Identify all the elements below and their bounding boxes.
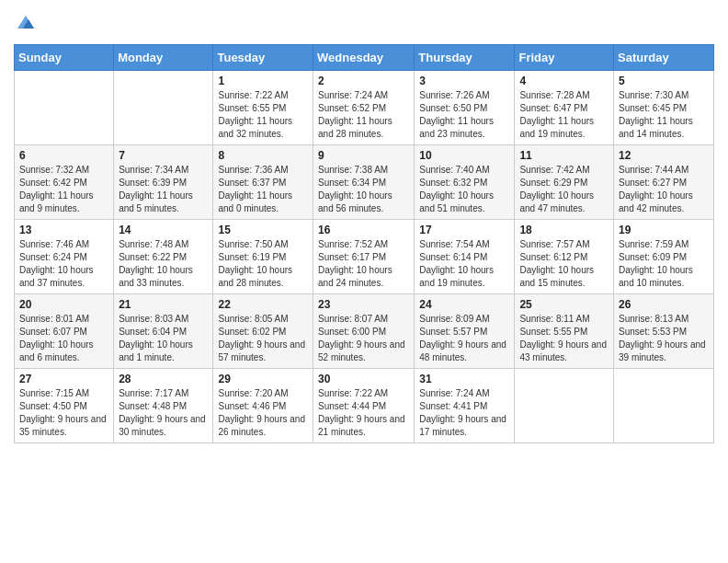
day-info: Sunrise: 8:07 AMSunset: 6:00 PMDaylight:… <box>318 313 409 364</box>
day-number: 9 <box>318 149 409 162</box>
calendar-cell: 16Sunrise: 7:52 AMSunset: 6:17 PMDayligh… <box>313 219 415 293</box>
calendar-cell <box>15 70 114 144</box>
day-number: 30 <box>318 373 409 385</box>
calendar-cell: 28Sunrise: 7:17 AMSunset: 4:48 PMDayligh… <box>114 368 213 442</box>
calendar-cell: 23Sunrise: 8:07 AMSunset: 6:00 PMDayligh… <box>313 293 415 368</box>
calendar-cell: 6Sunrise: 7:32 AMSunset: 6:42 PMDaylight… <box>15 144 114 219</box>
day-number: 31 <box>419 373 509 385</box>
calendar-cell: 5Sunrise: 7:30 AMSunset: 6:45 PMDaylight… <box>614 70 714 144</box>
calendar-cell: 27Sunrise: 7:15 AMSunset: 4:50 PMDayligh… <box>15 368 114 442</box>
day-info: Sunrise: 7:42 AMSunset: 6:29 PMDaylight:… <box>519 164 609 215</box>
calendar-cell: 15Sunrise: 7:50 AMSunset: 6:19 PMDayligh… <box>213 219 313 293</box>
day-info: Sunrise: 8:09 AMSunset: 5:57 PMDaylight:… <box>419 313 509 364</box>
calendar-cell: 25Sunrise: 8:11 AMSunset: 5:55 PMDayligh… <box>515 293 614 368</box>
calendar-cell: 19Sunrise: 7:59 AMSunset: 6:09 PMDayligh… <box>614 219 714 293</box>
calendar-cell: 1Sunrise: 7:22 AMSunset: 6:55 PMDaylight… <box>213 70 313 144</box>
day-number: 13 <box>19 224 108 236</box>
day-info: Sunrise: 7:59 AMSunset: 6:09 PMDaylight:… <box>619 238 709 290</box>
day-number: 10 <box>419 149 509 162</box>
day-info: Sunrise: 7:46 AMSunset: 6:24 PMDaylight:… <box>19 238 108 290</box>
calendar-cell <box>114 70 213 144</box>
calendar-cell: 20Sunrise: 8:01 AMSunset: 6:07 PMDayligh… <box>15 293 114 368</box>
calendar-week-row: 6Sunrise: 7:32 AMSunset: 6:42 PMDaylight… <box>15 144 714 219</box>
logo-icon <box>16 12 36 32</box>
day-number: 1 <box>218 75 308 87</box>
day-number: 27 <box>19 373 108 385</box>
day-info: Sunrise: 7:17 AMSunset: 4:48 PMDaylight:… <box>119 387 208 439</box>
weekday-header: Thursday <box>415 44 515 70</box>
day-number: 3 <box>419 75 509 87</box>
weekday-header: Friday <box>515 44 614 70</box>
day-number: 15 <box>218 224 308 236</box>
logo <box>14 14 36 37</box>
calendar-cell: 21Sunrise: 8:03 AMSunset: 6:04 PMDayligh… <box>114 293 213 368</box>
day-info: Sunrise: 7:50 AMSunset: 6:19 PMDaylight:… <box>218 238 308 290</box>
calendar-cell: 18Sunrise: 7:57 AMSunset: 6:12 PMDayligh… <box>515 219 614 293</box>
logo-line1 <box>14 14 36 37</box>
calendar-cell: 3Sunrise: 7:26 AMSunset: 6:50 PMDaylight… <box>415 70 515 144</box>
day-info: Sunrise: 7:22 AMSunset: 6:55 PMDaylight:… <box>218 89 308 141</box>
day-info: Sunrise: 8:11 AMSunset: 5:55 PMDaylight:… <box>519 313 609 364</box>
day-number: 23 <box>318 298 409 311</box>
day-number: 20 <box>19 298 108 311</box>
weekday-header: Monday <box>114 44 213 70</box>
calendar-cell <box>515 368 614 442</box>
calendar-cell: 22Sunrise: 8:05 AMSunset: 6:02 PMDayligh… <box>213 293 313 368</box>
day-info: Sunrise: 7:40 AMSunset: 6:32 PMDaylight:… <box>419 164 509 215</box>
calendar-week-row: 20Sunrise: 8:01 AMSunset: 6:07 PMDayligh… <box>15 293 714 368</box>
calendar-cell: 31Sunrise: 7:24 AMSunset: 4:41 PMDayligh… <box>415 368 515 442</box>
day-info: Sunrise: 8:13 AMSunset: 5:53 PMDaylight:… <box>619 313 709 364</box>
day-info: Sunrise: 7:52 AMSunset: 6:17 PMDaylight:… <box>318 238 409 290</box>
calendar-week-row: 13Sunrise: 7:46 AMSunset: 6:24 PMDayligh… <box>15 219 714 293</box>
day-info: Sunrise: 7:32 AMSunset: 6:42 PMDaylight:… <box>19 164 108 215</box>
day-number: 19 <box>619 224 709 236</box>
weekday-header: Sunday <box>15 44 114 70</box>
calendar-cell: 2Sunrise: 7:24 AMSunset: 6:52 PMDaylight… <box>313 70 415 144</box>
day-info: Sunrise: 7:24 AMSunset: 6:52 PMDaylight:… <box>318 89 409 141</box>
day-number: 22 <box>218 298 308 311</box>
day-info: Sunrise: 8:01 AMSunset: 6:07 PMDaylight:… <box>19 313 108 364</box>
day-info: Sunrise: 7:24 AMSunset: 4:41 PMDaylight:… <box>419 387 509 439</box>
calendar-cell: 14Sunrise: 7:48 AMSunset: 6:22 PMDayligh… <box>114 219 213 293</box>
calendar-week-row: 27Sunrise: 7:15 AMSunset: 4:50 PMDayligh… <box>15 368 714 442</box>
calendar-cell: 9Sunrise: 7:38 AMSunset: 6:34 PMDaylight… <box>313 144 415 219</box>
calendar-cell: 10Sunrise: 7:40 AMSunset: 6:32 PMDayligh… <box>415 144 515 219</box>
weekday-header: Wednesday <box>313 44 415 70</box>
day-info: Sunrise: 7:38 AMSunset: 6:34 PMDaylight:… <box>318 164 409 215</box>
calendar-cell: 24Sunrise: 8:09 AMSunset: 5:57 PMDayligh… <box>415 293 515 368</box>
calendar-cell: 30Sunrise: 7:22 AMSunset: 4:44 PMDayligh… <box>313 368 415 442</box>
day-number: 28 <box>119 373 208 385</box>
day-info: Sunrise: 7:22 AMSunset: 4:44 PMDaylight:… <box>318 387 409 439</box>
day-number: 24 <box>419 298 509 311</box>
day-number: 26 <box>619 298 709 311</box>
day-number: 7 <box>119 149 208 162</box>
day-info: Sunrise: 7:44 AMSunset: 6:27 PMDaylight:… <box>619 164 709 215</box>
day-info: Sunrise: 7:54 AMSunset: 6:14 PMDaylight:… <box>419 238 509 290</box>
calendar-week-row: 1Sunrise: 7:22 AMSunset: 6:55 PMDaylight… <box>15 70 714 144</box>
day-number: 14 <box>119 224 208 236</box>
calendar-cell: 29Sunrise: 7:20 AMSunset: 4:46 PMDayligh… <box>213 368 313 442</box>
logo-text <box>14 14 36 37</box>
day-info: Sunrise: 8:05 AMSunset: 6:02 PMDaylight:… <box>218 313 308 364</box>
day-number: 21 <box>119 298 208 311</box>
calendar-cell: 11Sunrise: 7:42 AMSunset: 6:29 PMDayligh… <box>515 144 614 219</box>
calendar-cell: 26Sunrise: 8:13 AMSunset: 5:53 PMDayligh… <box>614 293 714 368</box>
calendar-cell: 17Sunrise: 7:54 AMSunset: 6:14 PMDayligh… <box>415 219 515 293</box>
day-number: 16 <box>318 224 409 236</box>
day-number: 12 <box>619 149 709 162</box>
day-number: 5 <box>619 75 709 87</box>
header <box>14 9 714 37</box>
day-info: Sunrise: 7:26 AMSunset: 6:50 PMDaylight:… <box>419 89 509 141</box>
calendar-cell: 4Sunrise: 7:28 AMSunset: 6:47 PMDaylight… <box>515 70 614 144</box>
day-info: Sunrise: 7:36 AMSunset: 6:37 PMDaylight:… <box>218 164 308 215</box>
day-info: Sunrise: 7:34 AMSunset: 6:39 PMDaylight:… <box>119 164 208 215</box>
day-info: Sunrise: 7:15 AMSunset: 4:50 PMDaylight:… <box>19 387 108 439</box>
day-number: 6 <box>19 149 108 162</box>
day-number: 17 <box>419 224 509 236</box>
calendar-cell: 7Sunrise: 7:34 AMSunset: 6:39 PMDaylight… <box>114 144 213 219</box>
weekday-header: Tuesday <box>213 44 313 70</box>
day-number: 29 <box>218 373 308 385</box>
day-number: 18 <box>519 224 609 236</box>
page: SundayMondayTuesdayWednesdayThursdayFrid… <box>0 0 728 457</box>
day-number: 4 <box>519 75 609 87</box>
